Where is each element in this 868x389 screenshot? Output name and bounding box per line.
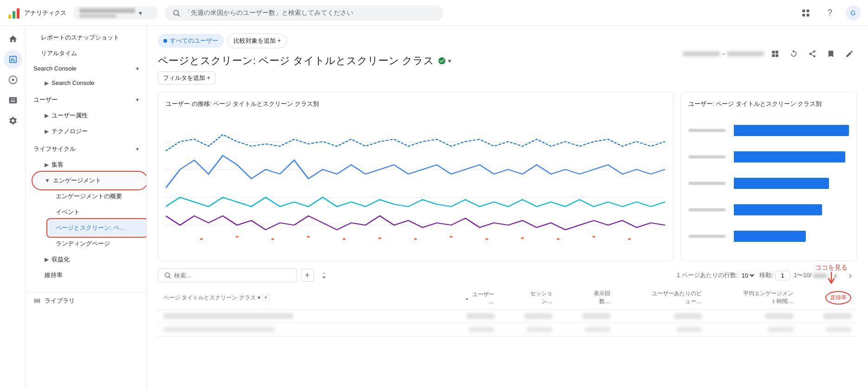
bar-label-4 [688,208,730,212]
bar-fill-4 [734,204,822,215]
col-sessions: セッショ ン… [500,286,558,310]
svg-point-10 [12,79,14,81]
sidebar-item-retention[interactable]: 維持率 [33,267,146,283]
svg-rect-7 [803,13,805,16]
table-search-box[interactable] [158,268,297,282]
col-views: 表示回 数… [558,286,616,310]
analytics-logo-icon [7,6,20,19]
sidebar-item-pages-screens[interactable]: ページとスクリーン: ページ… [48,220,146,236]
page-move-input[interactable] [775,271,790,280]
annotation-container: ココを見る [815,264,848,285]
bar-chart-container: ユーザー: ページ タイトルとスクリーン クラス別 [680,92,857,261]
sidebar-section-user: ユーザー ▾ ▶ ユーザー属性 ▶ テクノロジー [26,92,146,139]
sidebar-section-lifecycle: ライフサイクル ▾ ▶ 集客 ▼ エンゲージメント エンゲージメントの概要 [26,141,146,283]
sidebar-item-user-attribute[interactable]: ▶ ユーザー属性 [33,108,146,123]
svg-point-17 [271,238,274,240]
user-avatar[interactable]: G [846,6,861,20]
content-top-row: すべてのユーザー 比較対象を追加 + ページとスクリーン: ページ タイトルとス… [147,26,868,92]
bar-row-5 [688,231,849,242]
bar-fill-3 [734,178,829,189]
all-users-chip[interactable]: すべてのユーザー [158,34,224,48]
add-col-btn[interactable]: + [262,294,270,301]
sidebar-item-realtime[interactable]: リアルタイム [26,45,146,61]
bar-chart-title: ユーザー: ページ タイトルとスクリーン クラス別 [688,100,849,108]
nav-reports-icon[interactable] [4,50,22,69]
library-icon [33,297,41,305]
rows-per-page-select[interactable]: 10 25 50 [739,272,756,279]
svg-rect-5 [803,9,805,12]
filter-chevron-icon[interactable]: ▾ [258,294,260,301]
cell-page-title-2 [158,323,437,337]
cell-views [558,310,616,323]
add-compare-label: 比較対象を追加 + [233,37,281,45]
svg-rect-0 [8,15,11,19]
sidebar-item-engagement[interactable]: ▼ エンゲージメント [33,173,146,188]
filter-add-row: フィルタを追加 + [158,71,683,84]
bar-label-5 [688,234,730,238]
sidebar-item-acquisition[interactable]: ▶ 集客 [33,157,146,173]
sidebar-section-header-lifecycle[interactable]: ライフサイクル ▾ [26,141,146,157]
sidebar-item-technology[interactable]: ▶ テクノロジー [33,123,146,139]
sidebar-item-landing-pages[interactable]: ランディングページ [48,236,146,252]
add-filter-button[interactable]: フィルタを追加 + [158,71,215,84]
bar-row-1 [688,125,849,136]
grid-icon[interactable] [797,5,814,21]
nav-explore-icon[interactable] [4,71,22,89]
svg-point-25 [557,238,559,240]
topbar-right-icons: ? G [797,5,861,21]
edit-icon[interactable] [842,46,857,61]
bar-row-2 [688,151,849,162]
line-chart-title: ユーザー の推移: ページ タイトルとスクリーン クラス別 [166,100,665,108]
topbar: アナリティクス ▾ 「先週の米国からのユーザー数」と検索してみてください ? G [0,0,868,26]
all-users-label: すべてのユーザー [170,37,218,45]
line-chart-area [166,114,665,253]
reload-icon[interactable] [786,46,801,61]
icon-strip [0,26,26,389]
chevron-page-title[interactable]: ▾ [448,57,451,65]
sidebar-item-search-console[interactable]: ▶ Search Console [33,76,146,90]
svg-point-16 [236,236,239,238]
help-icon[interactable]: ? [822,5,838,21]
table-header-row: ページ タイトルとスクリーン クラス ▾ + ユーザー … [158,286,857,310]
table-search-input[interactable] [174,272,267,279]
sidebar-item-library[interactable]: ライブラリ [26,292,146,309]
app-logo: アナリティクス [7,6,66,19]
bar-label-2 [688,155,730,159]
cell-bounce-rate [799,310,857,323]
global-search[interactable]: 「先週の米国からのユーザー数」と検索してみてください [165,5,443,21]
content-area: すべてのユーザー 比較対象を追加 + ページとスクリーン: ページ タイトルとス… [147,26,868,389]
check-circle-icon [438,57,446,65]
table-row [158,323,857,337]
add-compare-chip[interactable]: 比較対象を追加 + [227,33,287,48]
page-move: 移動: [759,271,790,280]
sidebar-section-header-search-console[interactable]: Search Console ▾ [26,61,146,76]
title-badge: ▾ [438,57,451,65]
main-layout: レポートのスナップショット リアルタイム Search Console ▾ ▶ … [0,26,868,389]
sidebar-item-events[interactable]: イベント [48,204,146,220]
sidebar-section-header-user[interactable]: ユーザー ▾ [26,92,146,108]
nav-configure-icon[interactable] [4,111,22,130]
bar-row-4 [688,204,849,215]
sidebar-item-engagement-overview[interactable]: エンゲージメントの概要 [48,188,146,204]
sort-down-icon [464,294,470,301]
table-section: + 1 ページあたりの行数: 10 25 50 [147,268,868,337]
cell-views-per-user [616,310,707,323]
bookmark-icon[interactable] [823,46,838,61]
sort-icon[interactable] [317,269,330,282]
col-views-per-user: ユーザーあたりのビ ュー… [616,286,707,310]
property-selector[interactable]: ▾ [74,6,157,19]
compare-view-icon[interactable] [768,46,783,61]
add-column-button[interactable]: + [301,269,314,282]
bar-fill-1 [734,125,849,136]
share-icon[interactable] [805,46,820,61]
search-placeholder-text: 「先週の米国からのユーザー数」と検索してみてください [184,9,353,17]
property-chevron-icon: ▾ [139,9,142,17]
svg-rect-2 [17,8,19,19]
table-controls: + 1 ページあたりの行数: 10 25 50 [158,268,857,282]
nav-home-icon[interactable] [4,30,22,48]
svg-point-19 [343,238,345,240]
svg-point-18 [307,236,310,238]
sidebar-item-monetization[interactable]: ▶ 収益化 [33,252,146,267]
sidebar-item-snapshot[interactable]: レポートのスナップショット [26,30,146,45]
nav-advertise-icon[interactable] [4,91,22,110]
